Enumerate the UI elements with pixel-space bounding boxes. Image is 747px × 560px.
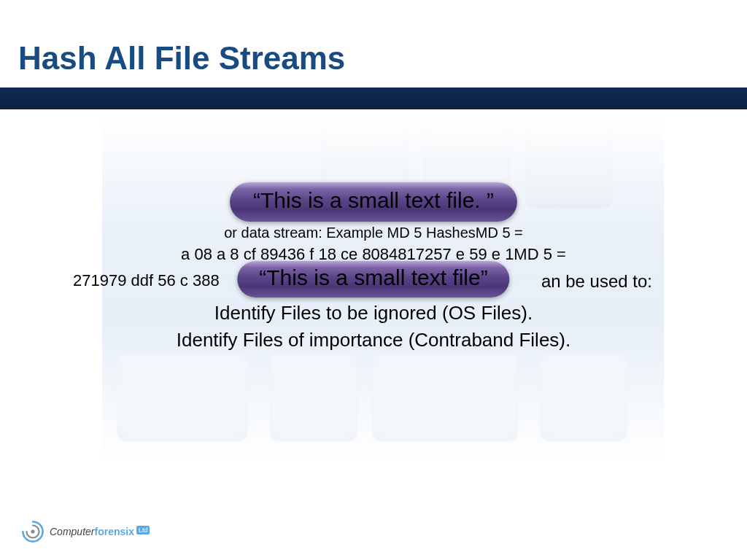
hash-fragment-left: 271979 ddf 56 c 388 bbox=[73, 271, 220, 290]
content-area: “This is a small text file. ” Generates … bbox=[0, 182, 747, 353]
description-line-2: or data stream: Example MD 5 HashesMD 5 … bbox=[74, 223, 673, 243]
example-text-pill-1: “This is a small text file. ” bbox=[230, 182, 517, 222]
logo-text: ComputerforensixLtd bbox=[50, 526, 150, 537]
logo-name-2: forensix bbox=[94, 526, 133, 537]
header-bar bbox=[0, 88, 747, 109]
svg-point-0 bbox=[31, 529, 34, 533]
footer-logo: ComputerforensixLtd bbox=[20, 519, 150, 544]
slide-title: Hash All File Streams bbox=[18, 40, 345, 77]
logo-suffix: Ltd bbox=[136, 526, 150, 534]
text-fragment-right: an be used to: bbox=[541, 271, 652, 292]
pill-2-text: “This is a small text file” bbox=[259, 265, 487, 289]
bullet-line-2: Identify Files of importance (Contraband… bbox=[0, 327, 747, 353]
bullet-line-1: Identify Files to be ignored (OS Files). bbox=[0, 300, 747, 326]
pill-row: 271979 ddf 56 c 388 “This is a small tex… bbox=[0, 261, 747, 299]
logo-name-1: Computer bbox=[50, 526, 94, 537]
slide: Hash All File Streams “This is a small t… bbox=[0, 0, 747, 560]
example-text-pill-2: “This is a small text file” bbox=[237, 261, 509, 298]
logo-icon bbox=[20, 519, 45, 544]
pill-1-text: “This is a small text file. ” bbox=[253, 188, 494, 212]
